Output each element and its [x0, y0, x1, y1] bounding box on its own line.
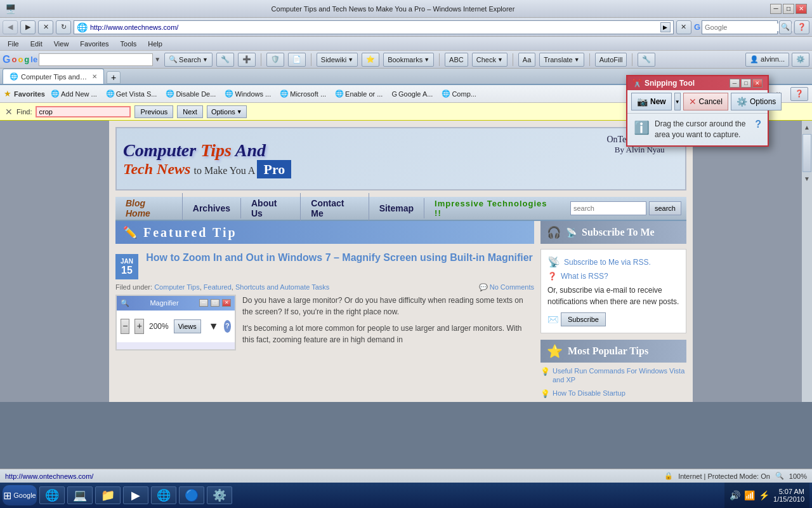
- nav-about-us[interactable]: About Us: [241, 193, 301, 224]
- find-next-button[interactable]: Next: [177, 105, 203, 118]
- fav-item-7[interactable]: 🌐 Comp...: [438, 88, 480, 99]
- back-button[interactable]: ◀: [3, 20, 18, 34]
- plus-button[interactable]: ➕: [238, 53, 256, 67]
- subscribe-button[interactable]: Subscribe: [561, 312, 606, 326]
- zoom-icon: 🔍: [775, 472, 784, 480]
- popular-link-1[interactable]: How To Disable Startup: [553, 389, 625, 398]
- doc-button[interactable]: 📄: [288, 53, 306, 67]
- mag-zoom-out[interactable]: −: [121, 319, 129, 334]
- minimize-button[interactable]: ─: [770, 4, 782, 14]
- snipping-options-button[interactable]: ⚙️ Options: [731, 93, 782, 110]
- nav-contact-me[interactable]: Contact Me: [301, 193, 369, 224]
- bookmarks-button[interactable]: Bookmarks ▼: [383, 53, 434, 67]
- start-button[interactable]: ⊞ Google: [3, 485, 37, 505]
- menu-help[interactable]: Help: [143, 39, 167, 49]
- menu-file[interactable]: File: [3, 39, 24, 49]
- tab-close-button[interactable]: ✕: [92, 73, 97, 80]
- nav-search-input[interactable]: [570, 201, 646, 215]
- go-button[interactable]: ▶: [660, 22, 671, 32]
- mag-zoom-in[interactable]: +: [134, 319, 143, 334]
- tools-gear[interactable]: ⚙️: [792, 53, 809, 67]
- favorites-label: Favorites: [14, 90, 45, 98]
- find-close-button[interactable]: ✕: [5, 107, 13, 117]
- taskbar-app-5[interactable]: 🌐: [151, 486, 176, 504]
- scroll-down-arrow[interactable]: ▼: [802, 173, 812, 184]
- scroll-thumb[interactable]: [802, 134, 811, 172]
- snipping-minimize[interactable]: ─: [730, 79, 740, 88]
- forward-button[interactable]: ▶: [20, 20, 36, 34]
- help-button[interactable]: ❓: [794, 20, 809, 34]
- autofill-button[interactable]: AutoFill: [595, 53, 627, 67]
- mag-maximize[interactable]: □: [211, 299, 219, 307]
- toolbar-icon-btn[interactable]: 🔧: [638, 53, 655, 67]
- check-button[interactable]: Check ▼: [472, 53, 508, 67]
- snipping-new-button[interactable]: 📷 New: [631, 93, 672, 110]
- what-is-rss-link[interactable]: ❓ What is RSS?: [547, 272, 679, 281]
- mag-help-button[interactable]: ?: [224, 320, 231, 333]
- nav-archives[interactable]: Archives: [183, 198, 241, 218]
- menu-view[interactable]: View: [49, 39, 74, 49]
- translate-button[interactable]: Translate ▼: [539, 53, 584, 67]
- fav-item-6[interactable]: G Google A...: [388, 89, 436, 99]
- maximize-button[interactable]: □: [783, 4, 794, 14]
- snipping-new-dropdown[interactable]: ▼: [674, 93, 681, 110]
- menu-favorites[interactable]: Favorites: [75, 39, 114, 49]
- google-toolbar-input[interactable]: [39, 53, 153, 66]
- nav-blog-home[interactable]: Blog Home: [115, 193, 183, 224]
- popular-link-0[interactable]: Useful Run Commands For Windows Vista an…: [553, 366, 686, 385]
- browser-titlebar: 🖥️ Computer Tips and Tech News to Make Y…: [0, 0, 812, 18]
- menu-tools[interactable]: Tools: [115, 39, 142, 49]
- rss-subscribe-link[interactable]: 📡 Subscribe to Me via RSS.: [547, 256, 679, 268]
- taskbar-ie[interactable]: 🌐: [39, 486, 65, 504]
- taskbar-app-6[interactable]: 🔵: [179, 486, 204, 504]
- taskbar-app-4[interactable]: ▶: [123, 486, 148, 504]
- find-input[interactable]: [36, 106, 131, 117]
- wrench-button[interactable]: 🔧: [216, 53, 234, 67]
- category-shortcuts[interactable]: Shortcuts and Automate Tasks: [235, 283, 329, 291]
- stop-button[interactable]: ✕: [38, 20, 53, 34]
- snipping-maximize[interactable]: □: [741, 79, 751, 88]
- sidewiki-button[interactable]: Sidewiki ▼: [317, 53, 358, 67]
- scroll-up-arrow[interactable]: ▲: [802, 122, 812, 133]
- search-toolbar-button[interactable]: 🔍 Search ▼: [164, 53, 213, 67]
- mag-views-button[interactable]: Views: [174, 319, 201, 333]
- comments-link[interactable]: No Comments: [490, 283, 534, 291]
- new-tab-button[interactable]: +: [107, 71, 121, 84]
- mag-close[interactable]: ✕: [222, 299, 231, 307]
- fav-item-4[interactable]: 🌐 Microsoft ...: [277, 88, 329, 99]
- content-scrollbar[interactable]: ▲ ▼: [802, 121, 812, 402]
- refresh-button[interactable]: ↻: [56, 20, 71, 34]
- mag-minimize[interactable]: ─: [199, 299, 208, 307]
- user-btn[interactable]: 👤 alvinn...: [745, 53, 789, 67]
- category-computer-tips[interactable]: Computer Tips: [154, 283, 200, 291]
- systray-icon-1: 🔊: [730, 490, 740, 500]
- help-button-right[interactable]: ❓: [790, 87, 808, 101]
- taskbar-app-2[interactable]: 💻: [67, 486, 93, 504]
- taskbar-app-3[interactable]: 📁: [95, 486, 121, 504]
- find-previous-button[interactable]: Previous: [134, 105, 173, 118]
- find-options-button[interactable]: Options ▼: [207, 105, 247, 118]
- address-input[interactable]: [90, 23, 658, 31]
- abc-button[interactable]: ABC: [445, 53, 468, 67]
- fav-item-1[interactable]: 🌐 Get Vista S...: [103, 88, 160, 99]
- nav-sitemap[interactable]: Sitemap: [369, 198, 424, 218]
- refresh-stop-button[interactable]: ✕: [676, 20, 691, 34]
- snipping-cancel-button[interactable]: ✕ Cancel: [683, 93, 728, 110]
- separator-6: [632, 53, 632, 66]
- fav-item-3[interactable]: 🌐 Windows ...: [221, 88, 274, 99]
- fav-item-0[interactable]: 🌐 Add New ...: [48, 88, 100, 99]
- nav-search-button[interactable]: search: [649, 201, 681, 215]
- close-button[interactable]: ✕: [796, 4, 807, 14]
- shield-button[interactable]: 🛡️: [266, 53, 284, 67]
- star-button[interactable]: ⭐: [362, 53, 379, 67]
- category-featured[interactable]: Featured: [204, 283, 232, 291]
- aa-button[interactable]: Aa: [518, 53, 535, 67]
- snipping-help-button[interactable]: ?: [755, 119, 761, 130]
- tab-main[interactable]: 🌐 Computer Tips and Tech News to Make Yo…: [3, 69, 104, 84]
- google-search-button[interactable]: 🔍: [779, 20, 792, 34]
- taskbar-app-7[interactable]: ⚙️: [207, 486, 232, 504]
- menu-edit[interactable]: Edit: [25, 39, 48, 49]
- fav-item-5[interactable]: 🌐 Enable or ...: [332, 88, 386, 99]
- snipping-close[interactable]: ✕: [752, 79, 763, 88]
- fav-item-2[interactable]: 🌐 Disable De...: [162, 88, 219, 99]
